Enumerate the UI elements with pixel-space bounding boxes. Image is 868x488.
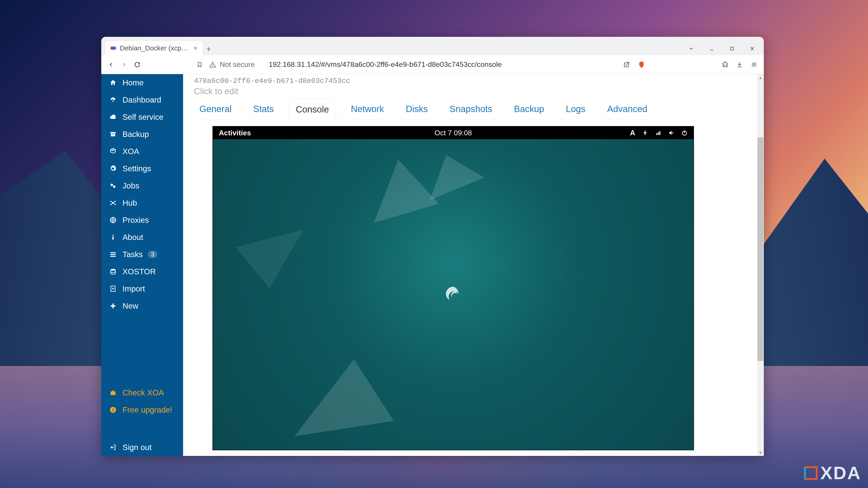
svg-point-11 <box>110 201 112 202</box>
svg-point-12 <box>115 201 116 202</box>
globe-icon <box>109 217 117 224</box>
sidebar-item-checkxoa[interactable]: Check XOA <box>101 384 183 401</box>
svg-point-8 <box>111 184 113 186</box>
sidebar-item-selfservice[interactable]: Self service <box>101 108 183 126</box>
keyboard-indicator[interactable]: A <box>630 129 635 137</box>
svg-rect-18 <box>110 252 116 253</box>
xda-logo-icon <box>804 466 817 480</box>
vm-uuid: 478a6c00-2ff6-e4e9-b671-d8e03c7453cc <box>183 74 764 85</box>
sidebar-item-about[interactable]: About <box>101 229 183 246</box>
sidebar-item-signout[interactable]: Sign out <box>101 439 183 456</box>
main-panel: 478a6c00-2ff6-e4e9-b671-d8e03c7453cc Cli… <box>183 74 764 456</box>
forward-icon[interactable] <box>121 61 127 68</box>
extensions-icon[interactable] <box>722 61 728 68</box>
power-icon[interactable] <box>681 130 688 136</box>
svg-rect-29 <box>658 132 659 135</box>
scrollbar[interactable]: ▴ ▾ <box>757 74 764 456</box>
sidebar-item-home[interactable]: Home <box>101 74 183 91</box>
browser-addressbar: Not secure 192.168.31.142/#/vms/478a6c00… <box>101 55 764 74</box>
not-secure-warning-icon <box>209 61 216 68</box>
svg-point-9 <box>113 186 116 188</box>
sidebar-item-xostor[interactable]: XOSTOR <box>101 263 183 280</box>
tab-stats[interactable]: Stats <box>246 98 281 120</box>
vm-console[interactable]: Activities Oct 7 09:08 A <box>213 126 694 450</box>
sidebar-item-label: Self service <box>123 112 163 122</box>
gnome-activities[interactable]: Activities <box>219 129 251 137</box>
bookmark-icon[interactable] <box>196 62 203 68</box>
scroll-up-icon[interactable]: ▴ <box>757 74 764 81</box>
gnome-clock[interactable]: Oct 7 09:08 <box>434 129 472 137</box>
vm-tabs: General Stats Console Network Disks Snap… <box>183 98 764 120</box>
cloud-icon <box>109 113 117 121</box>
network-icon[interactable] <box>655 130 661 136</box>
minimize-icon[interactable] <box>708 45 715 52</box>
close-window-icon[interactable] <box>749 45 756 52</box>
sidebar-item-label: Hub <box>123 198 137 207</box>
tab-snapshots[interactable]: Snapshots <box>443 98 499 120</box>
downloads-icon[interactable] <box>736 61 743 68</box>
close-tab-icon[interactable] <box>193 46 198 51</box>
sidebar-item-hub[interactable]: Hub <box>101 194 183 212</box>
sidebar-item-settings[interactable]: Settings <box>101 160 183 177</box>
tab-advanced[interactable]: Advanced <box>600 98 654 120</box>
security-label: Not secure <box>220 60 255 69</box>
watermark-text: XDA <box>820 463 861 484</box>
browser-tab-active[interactable]: Debian_Docker (xcp-ng-ckylhxs <box>105 41 203 55</box>
sidebar-item-label: Proxies <box>123 216 149 225</box>
tasks-icon <box>109 251 117 258</box>
maximize-icon[interactable] <box>728 45 735 52</box>
tab-title: Debian_Docker (xcp-ng-ckylhxs <box>120 44 190 52</box>
tab-console[interactable]: Console <box>289 99 336 120</box>
tab-network[interactable]: Network <box>344 98 391 120</box>
sidebar-item-label: Settings <box>123 164 151 173</box>
sidebar-item-proxies[interactable]: Proxies <box>101 212 183 229</box>
desktop-wallpaper: Debian_Docker (xcp-ng-ckylhxs <box>0 0 868 488</box>
browser-window: Debian_Docker (xcp-ng-ckylhxs <box>101 37 764 456</box>
url-text: 192.168.31.142/#/vms/478a6c00-2ff6-e4e9-… <box>269 60 502 69</box>
home-icon <box>109 79 117 86</box>
reload-icon[interactable] <box>134 61 141 68</box>
tab-disks[interactable]: Disks <box>399 98 435 120</box>
sidebar-item-freeupgrade[interactable]: Free upgrade! <box>101 401 183 418</box>
sidebar-item-new[interactable]: New <box>101 297 183 315</box>
sidebar-item-backup[interactable]: Backup <box>101 126 183 143</box>
back-icon[interactable] <box>107 61 114 68</box>
tab-backup[interactable]: Backup <box>507 98 551 120</box>
gnome-topbar: Activities Oct 7 09:08 A <box>213 127 693 139</box>
sidebar-item-jobs[interactable]: Jobs <box>101 177 183 194</box>
svg-rect-5 <box>110 132 116 133</box>
svg-point-26 <box>113 408 114 409</box>
chevron-down-icon[interactable] <box>688 45 694 52</box>
sidebar-item-tasks[interactable]: Tasks3 <box>101 246 183 263</box>
vm-description[interactable]: Click to edit <box>183 85 764 98</box>
new-tab-button[interactable] <box>203 43 215 55</box>
url-field[interactable]: Not secure 192.168.31.142/#/vms/478a6c00… <box>209 60 617 69</box>
tab-logs[interactable]: Logs <box>559 98 592 120</box>
import-icon <box>109 285 117 292</box>
cube-icon <box>109 148 117 155</box>
brave-shield-icon[interactable] <box>638 61 645 68</box>
svg-rect-16 <box>112 236 114 239</box>
svg-point-27 <box>645 131 646 132</box>
debian-desktop-wallpaper <box>213 139 693 450</box>
menu-icon[interactable] <box>751 61 757 68</box>
sidebar-item-label: Home <box>123 78 144 87</box>
accessibility-icon[interactable] <box>642 130 648 136</box>
sidebar-item-label: Free upgrade! <box>123 405 172 414</box>
sidebar-item-label: Dashboard <box>123 95 161 104</box>
volume-icon[interactable] <box>668 130 675 136</box>
titlebar-controls <box>688 45 764 55</box>
share-icon[interactable] <box>623 61 630 68</box>
sidebar-item-import[interactable]: Import <box>101 280 183 297</box>
scroll-down-icon[interactable]: ▾ <box>757 449 764 456</box>
scrollbar-thumb[interactable] <box>757 137 763 361</box>
sidebar-item-label: XOA <box>123 147 139 156</box>
tab-general[interactable]: General <box>193 98 238 120</box>
plus-icon <box>109 302 117 310</box>
svg-rect-30 <box>659 131 660 135</box>
svg-rect-19 <box>110 254 116 255</box>
archive-icon <box>109 131 117 138</box>
svg-point-1 <box>113 46 116 50</box>
sidebar-item-dashboard[interactable]: Dashboard <box>101 91 183 108</box>
sidebar-item-xoa[interactable]: XOA <box>101 143 183 160</box>
